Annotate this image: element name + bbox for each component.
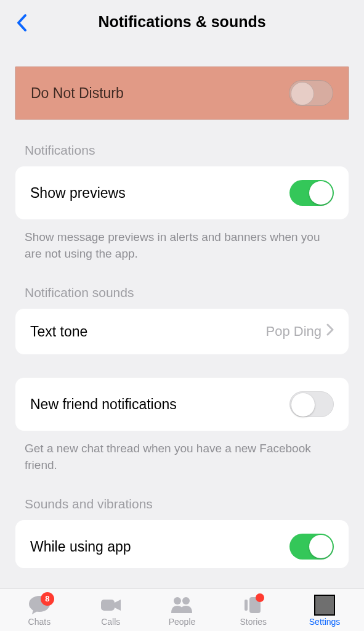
tab-bar: 8 Chats Calls People	[0, 588, 364, 631]
tab-settings-label: Settings	[309, 617, 341, 627]
page-title: Notifications & sounds	[98, 13, 265, 31]
new-friend-row[interactable]: New friend notifications	[15, 378, 349, 431]
while-using-label: While using app	[30, 539, 131, 555]
do-not-disturb-toggle[interactable]	[289, 80, 333, 106]
stories-dot	[256, 593, 264, 602]
while-using-toggle[interactable]	[289, 534, 334, 560]
spacer	[0, 354, 364, 378]
tab-calls[interactable]: Calls	[75, 595, 147, 627]
show-previews-label: Show previews	[30, 185, 126, 202]
tab-settings[interactable]: Settings	[289, 595, 360, 627]
tab-people[interactable]: People	[147, 595, 218, 627]
show-previews-row[interactable]: Show previews	[15, 166, 349, 219]
back-button[interactable]	[12, 14, 31, 32]
text-tone-row[interactable]: Text tone Pop Ding	[15, 309, 349, 354]
text-tone-value-wrap: Pop Ding	[265, 324, 334, 340]
do-not-disturb-label: Do Not Disturb	[31, 85, 124, 102]
tab-stories-label: Stories	[240, 617, 267, 627]
stories-icon	[241, 595, 265, 616]
header: Notifications & sounds	[0, 0, 364, 43]
svg-rect-5	[245, 600, 248, 611]
toggle-knob	[309, 535, 333, 558]
content-scroll[interactable]: Do Not Disturb Notifications Show previe…	[0, 43, 364, 588]
tab-stories[interactable]: Stories	[217, 595, 289, 627]
card-new-friend: New friend notifications	[15, 378, 349, 431]
card-show-previews: Show previews	[15, 166, 349, 219]
chats-badge: 8	[41, 592, 54, 606]
new-friend-toggle[interactable]	[289, 391, 334, 417]
tab-chats-label: Chats	[28, 617, 51, 627]
video-camera-icon	[99, 595, 123, 616]
new-friend-label: New friend notifications	[30, 396, 177, 413]
while-using-row[interactable]: While using app	[15, 520, 349, 568]
chevron-left-icon	[16, 14, 27, 32]
settings-icon	[312, 595, 337, 616]
show-previews-toggle[interactable]	[289, 180, 334, 206]
tab-chats[interactable]: 8 Chats	[4, 595, 75, 627]
section-header-sounds-vibrations: Sounds and vibrations	[0, 473, 364, 520]
people-icon	[169, 595, 194, 616]
section-header-notification-sounds: Notification sounds	[0, 262, 364, 309]
text-tone-value: Pop Ding	[265, 324, 322, 340]
svg-point-3	[182, 597, 190, 605]
toggle-knob	[291, 82, 314, 105]
toggle-knob	[309, 181, 333, 205]
toggle-knob	[291, 393, 315, 417]
tab-calls-label: Calls	[101, 617, 120, 627]
show-previews-footer: Show message previews in alerts and bann…	[0, 219, 364, 262]
section-header-notifications: Notifications	[0, 120, 364, 166]
chevron-right-icon	[326, 324, 334, 340]
do-not-disturb-row[interactable]: Do Not Disturb	[15, 67, 349, 120]
tab-people-label: People	[169, 617, 196, 627]
text-tone-label: Text tone	[30, 324, 87, 340]
svg-rect-1	[101, 600, 115, 611]
card-while-using: While using app	[15, 520, 349, 568]
card-text-tone: Text tone Pop Ding	[15, 309, 349, 354]
new-friend-footer: Get a new chat thread when you have a ne…	[0, 431, 364, 473]
svg-point-2	[174, 597, 181, 605]
chat-bubble-icon: 8	[27, 595, 52, 616]
